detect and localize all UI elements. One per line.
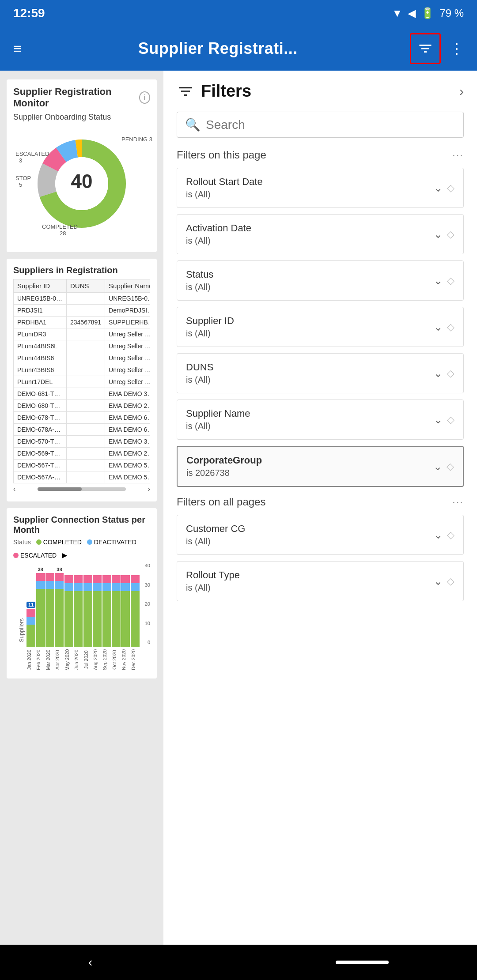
- bar-deactivated: [55, 581, 64, 589]
- filters-header: Filters ›: [177, 82, 464, 101]
- filter-item[interactable]: DUNSis (All)⌄◇: [177, 353, 464, 393]
- filter-clear-icon[interactable]: ◇: [447, 321, 454, 333]
- completed-dot: [36, 539, 42, 545]
- filter-clear-icon[interactable]: ◇: [447, 414, 454, 426]
- bar-completed: [26, 625, 35, 647]
- search-box[interactable]: 🔍: [177, 112, 464, 138]
- filter-clear-icon[interactable]: ◇: [447, 368, 454, 379]
- more-button[interactable]: ⋮: [445, 36, 468, 61]
- table-row: PLunr17DELUnreg Seller DEL PL 17: [14, 376, 151, 388]
- filter-icon: [417, 41, 433, 57]
- table-cell: [67, 352, 105, 364]
- table-cell: Unreg Seller PL 44: [105, 352, 150, 364]
- filter-item[interactable]: Supplier IDis (All)⌄◇: [177, 307, 464, 347]
- bar-escalated: [36, 573, 45, 581]
- filter-clear-icon[interactable]: ◇: [447, 229, 454, 240]
- table-cell: SUPPLIERHBA1: [105, 317, 150, 328]
- bar-group: 11: [26, 602, 35, 647]
- filter-actions: ⌄◇: [434, 529, 454, 541]
- filter-clear-icon[interactable]: ◇: [447, 182, 454, 194]
- filter-name: CorporateGroup: [186, 455, 433, 466]
- filter-expand-icon[interactable]: ⌄: [434, 575, 443, 588]
- bar-escalated: [74, 575, 83, 583]
- filter-item[interactable]: Statusis (All)⌄◇: [177, 260, 464, 301]
- x-labels: Jan 2020Feb 2020Mar 2020Apr 2020May 2020…: [26, 648, 140, 672]
- filter-item[interactable]: Rollout Start Dateis (All)⌄◇: [177, 168, 464, 208]
- bar-stack: [102, 575, 111, 647]
- filters-expand-icon[interactable]: ›: [459, 84, 464, 99]
- filters-on-page-menu[interactable]: ···: [452, 149, 464, 161]
- filter-item[interactable]: CorporateGroupis 2026738⌄◇: [177, 446, 464, 487]
- bar-group: [121, 567, 130, 647]
- bar-badge: 38: [38, 567, 43, 572]
- scroll-right-button[interactable]: ›: [148, 485, 150, 493]
- filter-expand-icon[interactable]: ⌄: [434, 182, 443, 194]
- back-button[interactable]: ‹: [88, 955, 92, 969]
- filter-item[interactable]: Rollout Typeis (All)⌄◇: [177, 561, 464, 601]
- table-cell: Unreg Seller DR3 PL: [105, 328, 150, 340]
- bar-completed: [55, 589, 64, 647]
- page-title: Supplier Registrati...: [138, 39, 298, 58]
- filter-clear-icon[interactable]: ◇: [447, 529, 454, 541]
- onboarding-label: Supplier Onboarding Status: [13, 113, 150, 122]
- filter-value: is (All): [186, 583, 434, 593]
- filter-item[interactable]: Activation Dateis (All)⌄◇: [177, 214, 464, 254]
- filter-item-left: Rollout Start Dateis (All): [186, 176, 434, 200]
- bar-escalated: [121, 575, 130, 583]
- col-supplier-id: Supplier ID: [14, 279, 67, 293]
- table-cell: [67, 293, 105, 305]
- legend-escalated: ESCALATED: [13, 552, 57, 559]
- bar-deactivated: [64, 583, 73, 591]
- home-indicator[interactable]: [336, 961, 389, 964]
- y-tick-40: 40: [145, 563, 150, 568]
- filter-clear-icon[interactable]: ◇: [447, 576, 454, 587]
- filter-expand-icon[interactable]: ⌄: [434, 367, 443, 380]
- filter-name: Rollout Type: [186, 569, 434, 581]
- table-cell: Unreg Seller PL 43: [105, 364, 150, 376]
- y-tick-10: 10: [145, 621, 150, 626]
- filters-all-pages-menu[interactable]: ···: [452, 496, 464, 508]
- bar-group: [74, 567, 83, 647]
- search-input[interactable]: [206, 118, 455, 132]
- filter-expand-icon[interactable]: ⌄: [434, 414, 443, 426]
- filters-panel: Filters › 🔍 Filters on this page ··· Rol…: [163, 71, 477, 945]
- table-cell: [67, 376, 105, 388]
- filter-name: DUNS: [186, 362, 434, 373]
- top-bar: ≡ Supplier Registrati... ⋮: [0, 26, 477, 71]
- table-cell: EMA DEMO 6A 15-C: [105, 424, 150, 436]
- horizontal-scrollbar[interactable]: [38, 487, 126, 491]
- filter-value: is (All): [186, 282, 434, 292]
- table-cell: [67, 460, 105, 471]
- filter-clear-icon[interactable]: ◇: [447, 461, 454, 472]
- filter-value: is (All): [186, 236, 434, 246]
- filter-name: Activation Date: [186, 222, 434, 234]
- table-cell: PRDJSI1: [14, 305, 67, 317]
- table-cell: [67, 388, 105, 400]
- filter-expand-icon[interactable]: ⌄: [434, 321, 443, 333]
- filters-title-row: Filters: [177, 82, 251, 101]
- filter-value: is 2026738: [186, 468, 433, 478]
- filter-icon-large: [177, 83, 194, 100]
- filter-expand-icon[interactable]: ⌄: [433, 460, 442, 473]
- filter-expand-icon[interactable]: ⌄: [434, 228, 443, 241]
- chart-title: Supplier Connection Status per Month: [13, 515, 150, 535]
- bar-stack: [45, 573, 54, 647]
- filter-item-left: CorporateGroupis 2026738: [186, 455, 433, 478]
- chart-more-icon[interactable]: ▶: [62, 551, 67, 559]
- filter-expand-icon[interactable]: ⌄: [434, 275, 443, 287]
- table-cell: EMA DEMO 21 15-C: [105, 400, 150, 412]
- escalated-dot: [13, 553, 19, 558]
- svg-text:40: 40: [71, 170, 93, 192]
- escalated-label: ESCALATED: [15, 151, 49, 157]
- filter-clear-icon[interactable]: ◇: [447, 275, 454, 286]
- filter-button[interactable]: [410, 33, 441, 64]
- filter-item[interactable]: Supplier Nameis (All)⌄◇: [177, 400, 464, 440]
- filter-name: Rollout Start Date: [186, 176, 434, 188]
- scroll-left-button[interactable]: ‹: [13, 485, 15, 493]
- filter-expand-icon[interactable]: ⌄: [434, 529, 443, 541]
- info-icon[interactable]: i: [139, 91, 150, 104]
- hamburger-button[interactable]: ≡: [9, 36, 26, 61]
- stop-label: STOP: [15, 175, 31, 181]
- filter-item[interactable]: Customer CGis (All)⌄◇: [177, 515, 464, 555]
- bar-deactivated: [74, 583, 83, 591]
